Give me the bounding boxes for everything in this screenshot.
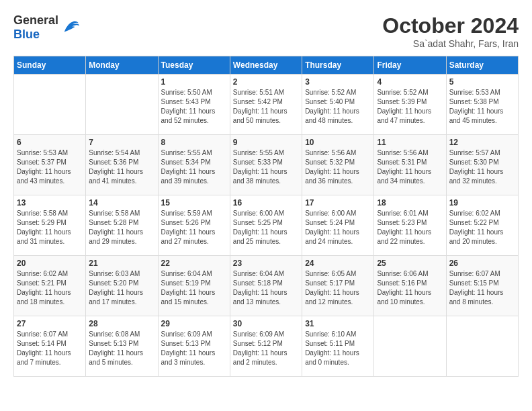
calendar-cell bbox=[14, 75, 86, 135]
weekday-header: Monday bbox=[86, 56, 158, 75]
calendar-cell: 21Sunrise: 6:03 AM Sunset: 5:20 PM Dayli… bbox=[86, 256, 158, 316]
day-number: 24 bbox=[305, 259, 371, 268]
calendar-cell: 18Sunrise: 6:01 AM Sunset: 5:23 PM Dayli… bbox=[374, 195, 446, 256]
weekday-row: SundayMondayTuesdayWednesdayThursdayFrid… bbox=[14, 56, 519, 75]
day-info: Sunrise: 5:51 AM Sunset: 5:42 PM Dayligh… bbox=[233, 88, 299, 126]
day-number: 4 bbox=[377, 77, 443, 87]
day-info: Sunrise: 5:56 AM Sunset: 5:31 PM Dayligh… bbox=[377, 148, 443, 186]
calendar-cell: 8Sunrise: 5:55 AM Sunset: 5:34 PM Daylig… bbox=[158, 135, 230, 195]
day-number: 29 bbox=[161, 319, 227, 328]
day-info: Sunrise: 5:52 AM Sunset: 5:39 PM Dayligh… bbox=[377, 88, 443, 126]
logo-general-text: General Blue bbox=[13, 13, 58, 42]
day-info: Sunrise: 6:05 AM Sunset: 5:17 PM Dayligh… bbox=[305, 269, 371, 307]
calendar-cell: 24Sunrise: 6:05 AM Sunset: 5:17 PM Dayli… bbox=[302, 256, 374, 316]
day-info: Sunrise: 5:53 AM Sunset: 5:38 PM Dayligh… bbox=[449, 88, 515, 126]
day-number: 26 bbox=[449, 259, 515, 268]
calendar-cell: 7Sunrise: 5:54 AM Sunset: 5:36 PM Daylig… bbox=[86, 135, 158, 195]
calendar-week-row: 6Sunrise: 5:53 AM Sunset: 5:37 PM Daylig… bbox=[14, 135, 519, 195]
weekday-header: Wednesday bbox=[230, 56, 302, 75]
calendar-cell: 9Sunrise: 5:55 AM Sunset: 5:33 PM Daylig… bbox=[230, 135, 302, 195]
calendar-cell: 22Sunrise: 6:04 AM Sunset: 5:19 PM Dayli… bbox=[158, 256, 230, 316]
weekday-header: Friday bbox=[374, 56, 446, 75]
logo: General Blue bbox=[13, 13, 80, 42]
calendar-week-row: 20Sunrise: 6:02 AM Sunset: 5:21 PM Dayli… bbox=[14, 256, 519, 316]
calendar-cell: 4Sunrise: 5:52 AM Sunset: 5:39 PM Daylig… bbox=[374, 75, 446, 135]
day-number: 17 bbox=[305, 198, 371, 208]
calendar-week-row: 27Sunrise: 6:07 AM Sunset: 5:14 PM Dayli… bbox=[14, 316, 519, 377]
day-number: 23 bbox=[233, 259, 299, 268]
calendar-cell: 30Sunrise: 6:09 AM Sunset: 5:12 PM Dayli… bbox=[230, 316, 302, 377]
day-info: Sunrise: 6:00 AM Sunset: 5:24 PM Dayligh… bbox=[305, 209, 371, 246]
calendar-cell: 20Sunrise: 6:02 AM Sunset: 5:21 PM Dayli… bbox=[14, 256, 86, 316]
calendar-week-row: 1Sunrise: 5:50 AM Sunset: 5:43 PM Daylig… bbox=[14, 75, 519, 135]
day-number: 9 bbox=[233, 138, 299, 147]
calendar-table: SundayMondayTuesdayWednesdayThursdayFrid… bbox=[13, 56, 519, 377]
day-info: Sunrise: 6:04 AM Sunset: 5:18 PM Dayligh… bbox=[233, 269, 299, 307]
day-number: 3 bbox=[305, 77, 371, 87]
day-number: 16 bbox=[233, 198, 299, 208]
day-info: Sunrise: 5:58 AM Sunset: 5:28 PM Dayligh… bbox=[89, 209, 154, 246]
day-info: Sunrise: 5:55 AM Sunset: 5:34 PM Dayligh… bbox=[161, 148, 227, 186]
calendar-cell: 28Sunrise: 6:08 AM Sunset: 5:13 PM Dayli… bbox=[86, 316, 158, 377]
day-number: 5 bbox=[449, 77, 515, 87]
calendar-cell: 2Sunrise: 5:51 AM Sunset: 5:42 PM Daylig… bbox=[230, 75, 302, 135]
calendar-cell: 29Sunrise: 6:09 AM Sunset: 5:13 PM Dayli… bbox=[158, 316, 230, 377]
calendar-body: 1Sunrise: 5:50 AM Sunset: 5:43 PM Daylig… bbox=[14, 75, 519, 377]
day-info: Sunrise: 5:55 AM Sunset: 5:33 PM Dayligh… bbox=[233, 148, 299, 186]
calendar-cell: 27Sunrise: 6:07 AM Sunset: 5:14 PM Dayli… bbox=[14, 316, 86, 377]
calendar-cell: 6Sunrise: 5:53 AM Sunset: 5:37 PM Daylig… bbox=[14, 135, 86, 195]
day-number: 1 bbox=[161, 77, 227, 87]
day-number: 7 bbox=[89, 138, 154, 147]
calendar-cell: 26Sunrise: 6:07 AM Sunset: 5:15 PM Dayli… bbox=[446, 256, 518, 316]
day-number: 30 bbox=[233, 319, 299, 328]
day-number: 21 bbox=[89, 259, 154, 268]
day-number: 25 bbox=[377, 259, 443, 268]
month-title: October 2024 bbox=[382, 13, 519, 38]
calendar-cell: 31Sunrise: 6:10 AM Sunset: 5:11 PM Dayli… bbox=[302, 316, 374, 377]
day-number: 12 bbox=[449, 138, 515, 147]
day-info: Sunrise: 6:08 AM Sunset: 5:13 PM Dayligh… bbox=[89, 330, 154, 367]
weekday-header: Sunday bbox=[14, 56, 86, 75]
calendar-cell: 15Sunrise: 5:59 AM Sunset: 5:26 PM Dayli… bbox=[158, 195, 230, 256]
day-info: Sunrise: 5:54 AM Sunset: 5:36 PM Dayligh… bbox=[89, 148, 154, 186]
day-info: Sunrise: 6:09 AM Sunset: 5:13 PM Dayligh… bbox=[161, 330, 227, 367]
day-info: Sunrise: 5:56 AM Sunset: 5:32 PM Dayligh… bbox=[305, 148, 371, 186]
day-info: Sunrise: 5:58 AM Sunset: 5:29 PM Dayligh… bbox=[17, 209, 83, 246]
day-info: Sunrise: 6:07 AM Sunset: 5:14 PM Dayligh… bbox=[17, 330, 83, 367]
title-section: October 2024 Sa`adat Shahr, Fars, Iran bbox=[382, 13, 519, 49]
page-header: General Blue October 2024 Sa`adat Shahr,… bbox=[13, 13, 519, 49]
calendar-cell: 5Sunrise: 5:53 AM Sunset: 5:38 PM Daylig… bbox=[446, 75, 518, 135]
calendar-cell: 1Sunrise: 5:50 AM Sunset: 5:43 PM Daylig… bbox=[158, 75, 230, 135]
day-number: 15 bbox=[161, 198, 227, 208]
day-number: 19 bbox=[449, 198, 515, 208]
calendar-cell: 16Sunrise: 6:00 AM Sunset: 5:25 PM Dayli… bbox=[230, 195, 302, 256]
calendar-cell: 23Sunrise: 6:04 AM Sunset: 5:18 PM Dayli… bbox=[230, 256, 302, 316]
day-number: 13 bbox=[17, 198, 83, 208]
calendar-header: SundayMondayTuesdayWednesdayThursdayFrid… bbox=[14, 56, 519, 75]
day-info: Sunrise: 6:09 AM Sunset: 5:12 PM Dayligh… bbox=[233, 330, 299, 367]
calendar-week-row: 13Sunrise: 5:58 AM Sunset: 5:29 PM Dayli… bbox=[14, 195, 519, 256]
calendar-cell: 25Sunrise: 6:06 AM Sunset: 5:16 PM Dayli… bbox=[374, 256, 446, 316]
day-info: Sunrise: 6:04 AM Sunset: 5:19 PM Dayligh… bbox=[161, 269, 227, 307]
day-number: 20 bbox=[17, 259, 83, 268]
day-info: Sunrise: 6:01 AM Sunset: 5:23 PM Dayligh… bbox=[377, 209, 443, 246]
day-number: 27 bbox=[17, 319, 83, 328]
day-info: Sunrise: 5:53 AM Sunset: 5:37 PM Dayligh… bbox=[17, 148, 83, 186]
day-number: 8 bbox=[161, 138, 227, 147]
calendar-cell bbox=[374, 316, 446, 377]
calendar-cell: 13Sunrise: 5:58 AM Sunset: 5:29 PM Dayli… bbox=[14, 195, 86, 256]
day-info: Sunrise: 5:57 AM Sunset: 5:30 PM Dayligh… bbox=[449, 148, 515, 186]
calendar-cell bbox=[86, 75, 158, 135]
day-info: Sunrise: 6:00 AM Sunset: 5:25 PM Dayligh… bbox=[233, 209, 299, 246]
calendar-cell: 3Sunrise: 5:52 AM Sunset: 5:40 PM Daylig… bbox=[302, 75, 374, 135]
day-number: 31 bbox=[305, 319, 371, 328]
location-subtitle: Sa`adat Shahr, Fars, Iran bbox=[382, 38, 519, 49]
day-number: 2 bbox=[233, 77, 299, 87]
day-number: 6 bbox=[17, 138, 83, 147]
calendar-cell: 19Sunrise: 6:02 AM Sunset: 5:22 PM Dayli… bbox=[446, 195, 518, 256]
calendar-cell bbox=[446, 316, 518, 377]
weekday-header: Tuesday bbox=[158, 56, 230, 75]
day-info: Sunrise: 6:03 AM Sunset: 5:20 PM Dayligh… bbox=[89, 269, 154, 307]
day-info: Sunrise: 5:50 AM Sunset: 5:43 PM Dayligh… bbox=[161, 88, 227, 126]
weekday-header: Thursday bbox=[302, 56, 374, 75]
